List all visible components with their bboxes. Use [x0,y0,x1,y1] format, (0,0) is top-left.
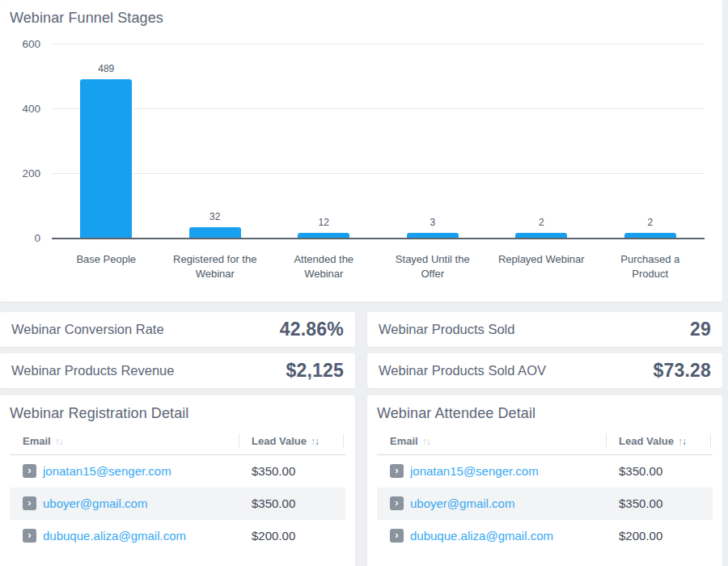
kpi-value: 42.86% [280,319,344,340]
bar-value-label: 12 [319,217,329,228]
email-link[interactable]: uboyer@gmail.com [410,496,514,510]
column-header-lead-value[interactable]: Lead Value↑↓ [606,430,713,455]
kpi-card-conversion-rate: Webinar Conversion Rate 42.86% [0,312,355,347]
funnel-bar[interactable] [298,233,349,238]
sort-descending-icon: ↓ [426,436,430,447]
lead-value-cell: $350.00 [606,488,713,520]
funnel-bar[interactable] [624,233,676,238]
chart-plot: 60040020004893212322 [52,45,705,239]
bar-value-label: 3 [430,217,435,228]
attendee-detail-table: Email↑↓ Lead Value↑↓ ›jonatan15@senger.c… [377,430,713,552]
column-header-email[interactable]: Email↑↓ [377,430,606,455]
funnel-bar[interactable] [189,227,241,238]
bar-value-label: 32 [210,211,220,222]
column-header-email[interactable]: Email↑↓ [10,430,239,455]
email-link[interactable]: uboyer@gmail.com [43,496,147,510]
bar-value-label: 489 [98,63,114,74]
lead-value-cell: $200.00 [239,520,345,552]
table-row: ›dubuque.aliza@gmail.com$200.00 [377,520,713,552]
kpi-card-products-sold-aov: Webinar Products Sold AOV $73.28 [367,353,722,388]
kpi-card-products-revenue: Webinar Products Revenue $2,125 [0,353,355,388]
y-axis-tick-label: 0 [6,232,40,244]
chevron-right-icon[interactable]: › [390,496,404,510]
email-cell: ›uboyer@gmail.com [377,488,606,520]
bar-column: 2 [596,45,705,238]
registration-detail-card: Webinar Registration Detail Email↑↓ Lead… [0,395,355,566]
gridline [52,44,705,44]
email-cell: ›jonatan15@senger.com [377,455,606,488]
email-cell: ›dubuque.aliza@gmail.com [377,520,606,552]
bar-column: 489 [52,45,161,238]
category-label: Replayed Webinar [487,239,596,281]
funnel-chart-card: Webinar Funnel Stages 600400200048932123… [0,0,722,302]
table-title: Webinar Registration Detail [10,405,345,422]
email-link[interactable]: dubuque.aliza@gmail.com [43,529,186,543]
chevron-right-icon[interactable]: › [23,496,36,510]
table-row: ›dubuque.aliza@gmail.com$200.00 [10,520,345,552]
sort-descending-icon: ↓ [315,436,319,447]
email-cell: ›uboyer@gmail.com [10,488,239,520]
kpi-card-products-sold: Webinar Products Sold 29 [367,312,722,347]
lead-value-cell: $350.00 [239,488,345,520]
sort-descending-icon: ↓ [682,436,686,447]
lead-value-cell: $350.00 [606,455,713,488]
chart-title: Webinar Funnel Stages [10,10,713,27]
bar-column: 12 [269,45,379,238]
kpi-value: $2,125 [286,360,344,382]
bar-value-label: 2 [647,217,653,228]
kpi-label: Webinar Conversion Rate [11,322,164,337]
kpi-label: Webinar Products Sold AOV [379,363,546,378]
email-cell: ›jonatan15@senger.com [10,455,239,488]
table-row: ›jonatan15@senger.com$350.00 [10,455,345,488]
table-row: ›uboyer@gmail.com$350.00 [10,488,345,520]
kpi-label: Webinar Products Revenue [11,363,174,378]
table-row: ›uboyer@gmail.com$350.00 [377,488,713,520]
chevron-right-icon[interactable]: › [23,464,36,478]
category-label: Base People [52,239,161,281]
category-label: Registered for the Webinar [161,239,270,281]
funnel-bar[interactable] [515,233,567,238]
kpi-value: 29 [690,319,711,340]
table-body: ›jonatan15@senger.com$350.00›uboyer@gmai… [10,455,345,552]
column-header-lead-value[interactable]: Lead Value↑↓ [239,430,345,455]
bar-column: 32 [161,45,270,238]
email-link[interactable]: jonatan15@senger.com [43,464,171,478]
bar-column: 3 [379,45,488,238]
category-label: Attended the Webinar [269,239,379,281]
sort-descending-icon: ↓ [59,436,63,447]
chevron-right-icon[interactable]: › [23,529,36,543]
funnel-bar[interactable] [407,233,459,238]
category-label: Purchased a Product [596,239,705,281]
table-title: Webinar Attendee Detail [377,405,713,422]
tables-grid: Webinar Registration Detail Email↑↓ Lead… [0,395,722,566]
y-axis-tick-label: 200 [6,167,40,180]
category-label: Stayed Until the Offer [379,239,488,281]
y-axis-tick-label: 400 [6,103,40,115]
chevron-right-icon[interactable]: › [390,529,404,543]
kpi-value: $73.28 [653,360,711,382]
table-row: ›jonatan15@senger.com$350.00 [377,455,713,488]
lead-value-cell: $350.00 [239,455,345,488]
funnel-bar[interactable] [80,79,132,238]
kpi-label: Webinar Products Sold [379,322,514,337]
email-link[interactable]: dubuque.aliza@gmail.com [410,529,553,543]
table-body: ›jonatan15@senger.com$350.00›uboyer@gmai… [377,455,713,552]
bar-column: 2 [487,45,596,238]
email-link[interactable]: jonatan15@senger.com [410,464,539,478]
chart-category-axis: Base PeopleRegistered for the WebinarAtt… [52,239,705,281]
registration-detail-table: Email↑↓ Lead Value↑↓ ›jonatan15@senger.c… [10,430,345,552]
kpi-grid: Webinar Conversion Rate 42.86% Webinar P… [0,312,722,388]
bar-value-label: 2 [539,217,544,228]
dashboard: Webinar Funnel Stages 600400200048932123… [0,0,722,566]
chevron-right-icon[interactable]: › [390,464,404,478]
y-axis-tick-label: 600 [6,38,40,50]
email-cell: ›dubuque.aliza@gmail.com [10,520,239,552]
lead-value-cell: $200.00 [606,520,713,552]
attendee-detail-card: Webinar Attendee Detail Email↑↓ Lead Val… [367,395,722,566]
